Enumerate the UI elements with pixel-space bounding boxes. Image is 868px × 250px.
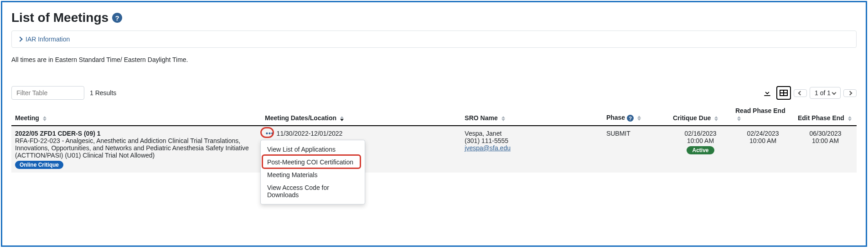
meeting-dates: 11/30/2022-12/01/2022 <box>277 130 343 137</box>
meeting-code: 2022/05 ZFD1 CDER-S (09) 1 <box>15 130 258 137</box>
cell-phase: SUBMIT <box>603 126 669 173</box>
iar-info-panel[interactable]: IAR Information <box>11 31 857 48</box>
col-header-critique-due[interactable]: Critique Due <box>669 102 732 126</box>
col-header-phase[interactable]: Phase ? <box>603 102 669 126</box>
filter-input[interactable] <box>11 86 84 100</box>
page-title-text: List of Meetings <box>11 10 108 25</box>
meetings-table: Meeting Meeting Dates/Location SRO Name … <box>11 102 857 173</box>
sort-icon <box>340 116 344 121</box>
menu-meeting-materials[interactable]: Meeting Materials <box>261 168 365 181</box>
page-frame: List of Meetings ? IAR Information All t… <box>1 1 867 247</box>
col-header-edit-end[interactable]: Edit Phase End <box>794 102 857 126</box>
grid-icon <box>780 90 788 96</box>
col-header-read-end-label: Read Phase End <box>735 107 785 114</box>
next-page-button[interactable] <box>843 89 857 97</box>
chevron-right-icon <box>848 91 852 95</box>
read-end-date: 02/24/2023 <box>735 130 790 137</box>
online-critique-badge: Online Critique <box>15 161 63 169</box>
column-settings-icon[interactable] <box>776 86 791 100</box>
annotation-highlight <box>260 127 274 138</box>
row-actions-menu: View List of Applications Post-Meeting C… <box>260 140 365 204</box>
chevron-down-icon <box>832 90 837 95</box>
meeting-description: RFA-FD-22-023 - Analgesic, Anesthetic an… <box>15 137 258 159</box>
prev-page-button[interactable] <box>794 89 807 97</box>
timezone-note: All times are in Eastern Standard Time/ … <box>11 56 857 63</box>
col-header-sro[interactable]: SRO Name <box>461 102 603 126</box>
col-header-sro-label: SRO Name <box>465 114 497 122</box>
toolbar-left: 1 Results <box>11 86 116 100</box>
iar-info-label: IAR Information <box>26 36 70 43</box>
sort-icon <box>637 116 641 121</box>
chevron-right-icon <box>17 36 22 41</box>
page-indicator-text: 1 of 1 <box>815 89 831 97</box>
toolbar-right: 1 of 1 <box>761 86 857 100</box>
menu-view-access-code[interactable]: View Access Code for Downloads <box>261 181 365 201</box>
col-header-dates[interactable]: Meeting Dates/Location <box>261 102 461 126</box>
critique-due-date: 02/16/2023 <box>673 130 728 137</box>
sro-phone: (301) 111-5555 <box>465 137 599 144</box>
edit-end-date: 06/30/2023 <box>798 130 853 137</box>
table-header-row: Meeting Meeting Dates/Location SRO Name … <box>11 102 857 126</box>
sort-icon <box>714 116 718 121</box>
page-selector[interactable]: 1 of 1 <box>810 87 841 99</box>
table-toolbar: 1 Results 1 of 1 <box>11 86 857 100</box>
cell-read-end: 02/24/2023 10:00 AM <box>732 126 794 173</box>
sort-icon <box>737 116 741 121</box>
menu-post-meeting-coi-label: Post-Meeting COI Certification <box>267 158 353 166</box>
sort-icon <box>43 116 46 121</box>
edit-end-time: 10:00 AM <box>798 137 853 144</box>
sort-icon <box>501 116 505 121</box>
phase-value: SUBMIT <box>606 130 630 137</box>
critique-due-time: 10:00 AM <box>673 137 728 144</box>
download-icon[interactable] <box>761 86 774 100</box>
sort-icon <box>848 116 852 121</box>
cell-critique-due: 02/16/2023 10:00 AM Active <box>669 126 732 173</box>
col-header-meeting-label: Meeting <box>15 114 39 122</box>
col-header-dates-label: Meeting Dates/Location <box>265 114 336 122</box>
sro-name: Vespa, Janet <box>465 130 599 137</box>
col-header-edit-end-label: Edit Phase End <box>798 114 844 122</box>
cell-edit-end: 06/30/2023 10:00 AM <box>794 126 857 173</box>
results-count: 1 Results <box>90 89 116 97</box>
help-icon[interactable]: ? <box>112 13 122 23</box>
page-title: List of Meetings ? <box>11 10 857 25</box>
help-icon[interactable]: ? <box>627 115 634 122</box>
read-end-time: 10:00 AM <box>735 137 790 144</box>
col-header-read-end[interactable]: Read Phase End <box>732 102 794 126</box>
chevron-left-icon <box>798 91 803 95</box>
cell-sro: Vespa, Janet (301) 111-5555 jvespa@sfa.e… <box>461 126 603 173</box>
menu-view-applications[interactable]: View List of Applications <box>261 143 365 156</box>
table-row: 2022/05 ZFD1 CDER-S (09) 1 RFA-FD-22-023… <box>11 126 857 173</box>
col-header-phase-label: Phase <box>606 114 625 121</box>
critique-status-badge: Active <box>687 146 714 154</box>
cell-dates: ••• View List of Applications Post-Meeti… <box>261 126 461 173</box>
col-header-critique-due-label: Critique Due <box>673 114 711 122</box>
menu-post-meeting-coi[interactable]: Post-Meeting COI Certification <box>261 156 365 168</box>
sro-email-link[interactable]: jvespa@sfa.edu <box>465 144 511 152</box>
cell-meeting: 2022/05 ZFD1 CDER-S (09) 1 RFA-FD-22-023… <box>11 126 261 173</box>
col-header-meeting[interactable]: Meeting <box>11 102 261 126</box>
